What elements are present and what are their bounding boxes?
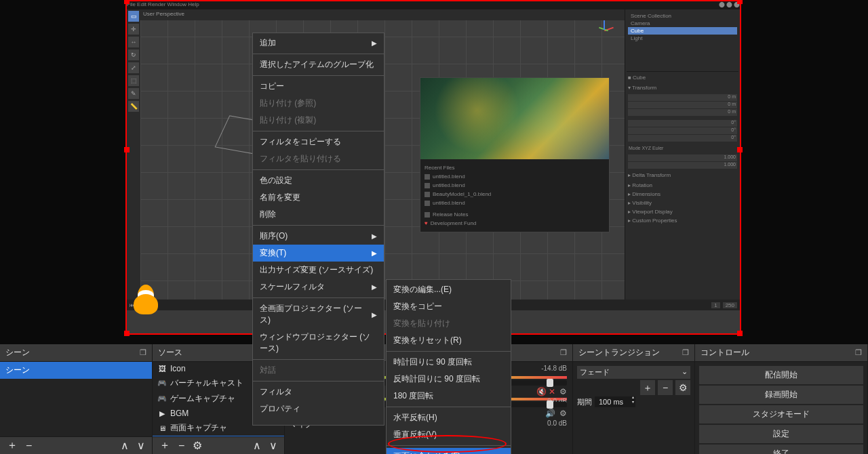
resize-handle[interactable] <box>737 331 743 336</box>
resize-handle[interactable] <box>124 331 130 336</box>
menu-paste-dup: 貼り付け (複製) <box>253 112 384 129</box>
add-source-button[interactable]: ＋ <box>157 438 173 453</box>
start-recording-button[interactable]: 録画開始 <box>699 386 863 404</box>
menu-order[interactable]: 順序(O)▶ <box>253 228 384 245</box>
transition-settings-button[interactable]: ⚙ <box>675 380 690 395</box>
submenu-flip-v[interactable]: 垂直反転(V) <box>387 426 511 443</box>
menu-property[interactable]: プロパティ <box>253 400 384 417</box>
menu-transform[interactable]: 変換(T)▶ <box>253 245 384 262</box>
detach-icon[interactable]: ❐ <box>560 348 567 357</box>
menu-output-size[interactable]: 出力サイズ変更 (ソースサイズ) <box>253 262 384 278</box>
blender-topbar: File Edit Render Window Help⬤ ⬤ ⬤ <box>127 1 740 9</box>
menu-copy[interactable]: コピー <box>253 78 384 95</box>
remove-scene-button[interactable]: − <box>23 440 35 452</box>
panel-title: シーントランジション <box>578 347 660 358</box>
scene-up-button[interactable]: ∧ <box>118 439 132 452</box>
settings-button[interactable]: 設定 <box>699 425 863 443</box>
menu-color[interactable]: 色の設定 <box>253 172 384 189</box>
submenu-flip-h[interactable]: 水平反転(H) <box>387 409 511 426</box>
chevron-right-icon: ▶ <box>372 39 377 47</box>
panel-title: コントロール <box>701 347 749 358</box>
menu-filter[interactable]: フィルタ <box>253 384 384 400</box>
panel-title: ソース <box>158 347 182 358</box>
outliner-collection: Scene Collection <box>628 12 737 20</box>
submenu-paste-transform: 変換を貼り付け <box>387 315 511 332</box>
tool-cursor-icon: ✛ <box>128 24 139 35</box>
menu-interact: 対話 <box>253 362 384 379</box>
image-icon: 🖼 <box>157 364 167 373</box>
mascot-overlay <box>130 285 163 314</box>
play-icon: ▶ <box>157 409 167 418</box>
studio-mode-button[interactable]: スタジオモード <box>699 405 863 424</box>
resize-handle[interactable] <box>124 0 130 4</box>
controls-panel: コントロール❐ 配信開始 録画開始 スタジオモード 設定 終了 <box>695 344 868 454</box>
tool-scale-icon: ⤢ <box>128 62 139 73</box>
tool-measure-icon: 📏 <box>128 101 139 112</box>
splash-link: Development Fund <box>431 220 477 226</box>
submenu-reset-transform[interactable]: 変換をリセット(R) <box>387 332 511 349</box>
tool-annotate-icon: ✎ <box>128 88 139 99</box>
menu-group[interactable]: 選択したアイテムのグループ化 <box>253 56 384 73</box>
track-gear-icon[interactable]: ⚙ <box>559 387 567 396</box>
menu-rename[interactable]: 名前を変更 <box>253 189 384 206</box>
exit-button[interactable]: 終了 <box>699 445 863 454</box>
viewport-label: User Perspective <box>140 9 625 20</box>
duration-field[interactable]: 100 ms <box>595 396 635 407</box>
recent-file: untitled.blend <box>433 182 465 188</box>
frame-start: 1 <box>711 302 719 308</box>
scenes-panel: シーン❐ シーン ＋ − ∧ ∨ <box>0 344 153 454</box>
menu-scale-filter[interactable]: スケールフィルタ▶ <box>253 278 384 295</box>
gamepad-icon: 🎮 <box>157 394 167 404</box>
blender-sidebar: Scene Collection Camera Cube Light ■ Cub… <box>625 9 740 300</box>
detach-icon[interactable]: ❐ <box>682 348 689 357</box>
source-down-button[interactable]: ∨ <box>267 439 280 452</box>
chevron-right-icon: ▶ <box>372 311 377 318</box>
start-streaming-button[interactable]: 配信開始 <box>699 366 863 384</box>
submenu-fit-screen[interactable]: 画面に合わせる(F) <box>387 448 511 454</box>
chevron-right-icon: ▶ <box>372 283 377 291</box>
chevron-right-icon: ▶ <box>372 232 377 240</box>
track-db: -14.8 dB <box>541 365 567 372</box>
context-menu: 追加▶ 選択したアイテムのグループ化 コピー 貼り付け (参照) 貼り付け (複… <box>252 33 384 426</box>
submenu-copy-transform[interactable]: 変換をコピー <box>387 298 511 315</box>
track-db: 0.0 dB <box>547 419 567 427</box>
menu-fullscreen-projector[interactable]: 全画面プロジェクター (ソース)▶ <box>253 300 384 329</box>
outliner: Scene Collection Camera Cube Light <box>627 11 738 72</box>
submenu-edit-transform[interactable]: 変換の編集...(E) <box>387 281 511 298</box>
resize-handle[interactable] <box>737 0 743 4</box>
submenu-rotate-cw[interactable]: 時計回りに 90 度回転 <box>387 354 511 371</box>
detach-icon[interactable]: ❐ <box>855 348 862 357</box>
splash-link: Release Notes <box>433 211 468 218</box>
source-up-button[interactable]: ∧ <box>250 439 264 452</box>
recent-file: untitled.blend <box>433 200 465 206</box>
mute-icon[interactable]: 🔇 ✕ <box>536 387 555 396</box>
submenu-rotate-ccw[interactable]: 反時計回りに 90 度回転 <box>387 371 511 388</box>
outliner-item: Camera <box>628 20 737 27</box>
submenu-rotate-180[interactable]: 180 度回転 <box>387 388 511 405</box>
source-settings-button[interactable]: ⚙ <box>190 439 205 452</box>
remove-source-button[interactable]: − <box>176 440 187 452</box>
menu-delete[interactable]: 削除 <box>253 206 384 223</box>
resize-handle[interactable] <box>737 147 743 152</box>
speaker-icon[interactable]: 🔊 <box>545 409 555 418</box>
menu-filter-paste: フィルタを貼り付ける <box>253 150 384 167</box>
scene-item[interactable]: シーン <box>0 362 152 379</box>
outliner-item: Cube <box>628 27 737 35</box>
add-scene-button[interactable]: ＋ <box>4 438 20 453</box>
menu-paste-ref: 貼り付け (参照) <box>253 95 384 112</box>
remove-transition-button[interactable]: − <box>658 380 673 395</box>
scene-down-button[interactable]: ∨ <box>134 439 148 452</box>
tool-transform-icon: ⬚ <box>128 75 139 86</box>
menu-filter-copy[interactable]: フィルタをコピーする <box>253 133 384 150</box>
resize-handle[interactable] <box>124 147 130 152</box>
splash-image <box>420 78 609 159</box>
nav-gizmo <box>591 15 618 42</box>
menu-window-projector[interactable]: ウィンドウプロジェクター (ソース) <box>253 329 384 357</box>
menu-add[interactable]: 追加▶ <box>253 35 384 51</box>
detach-icon[interactable]: ❐ <box>140 348 146 357</box>
add-transition-button[interactable]: ＋ <box>640 380 655 395</box>
blender-toolbar: ▭ ✛ ↔ ↻ ⤢ ⬚ ✎ 📏 <box>127 9 140 300</box>
gamepad-icon: 🎮 <box>157 379 167 388</box>
transition-select[interactable]: フェード⌄ <box>577 366 690 379</box>
track-gear-icon[interactable]: ⚙ <box>559 409 567 418</box>
